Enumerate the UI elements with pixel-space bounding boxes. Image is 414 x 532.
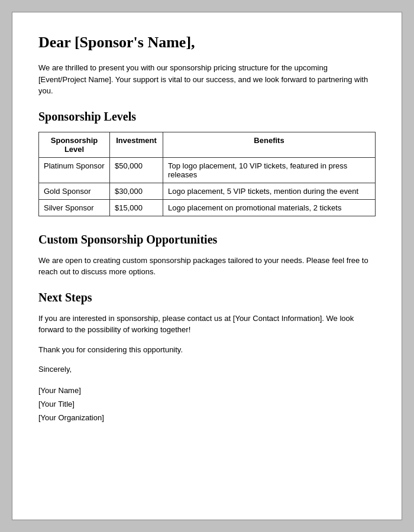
table-row: Silver Sponsor $15,000 Logo placement on… [39, 199, 376, 216]
benefits-gold: Logo placement, 5 VIP tickets, mention d… [163, 183, 376, 199]
signature-block: [Your Name] [Your Title] [Your Organizat… [38, 384, 376, 425]
custom-heading: Custom Sponsorship Opportunities [38, 233, 376, 246]
signature-title: [Your Title] [38, 397, 376, 411]
col-header-benefits: Benefits [163, 132, 376, 157]
sponsorship-table: Sponsorship Level Investment Benefits Pl… [38, 132, 376, 216]
table-row: Platinum Sponsor $50,000 Top logo placem… [39, 157, 376, 183]
signature-name: [Your Name] [38, 384, 376, 397]
col-header-investment: Investment [110, 132, 163, 157]
custom-text: We are open to creating custom sponsorsh… [38, 255, 376, 278]
next-steps-text: If you are interested in sponsorship, pl… [38, 313, 376, 336]
next-steps-heading: Next Steps [38, 291, 376, 304]
sincerely-text: Sincerely, [38, 364, 376, 375]
table-row: Gold Sponsor $30,000 Logo placement, 5 V… [39, 183, 376, 199]
investment-platinum: $50,000 [110, 157, 163, 183]
sponsorship-levels-heading: Sponsorship Levels [38, 110, 376, 124]
level-silver: Silver Sponsor [39, 199, 110, 216]
level-platinum: Platinum Sponsor [39, 157, 110, 183]
investment-silver: $15,000 [110, 199, 163, 216]
investment-gold: $30,000 [110, 183, 163, 199]
benefits-silver: Logo placement on promotional materials,… [163, 199, 376, 216]
document-page: Dear [Sponsor's Name], We are thrilled t… [12, 12, 402, 520]
intro-paragraph: We are thrilled to present you with our … [38, 62, 376, 97]
benefits-platinum: Top logo placement, 10 VIP tickets, feat… [163, 157, 376, 183]
signature-organization: [Your Organization] [38, 411, 376, 424]
custom-sponsorship-section: Custom Sponsorship Opportunities We are … [38, 233, 376, 278]
next-steps-section: Next Steps If you are interested in spon… [38, 291, 376, 425]
col-header-level: Sponsorship Level [39, 132, 110, 157]
greeting-heading: Dear [Sponsor's Name], [38, 34, 376, 51]
table-header-row: Sponsorship Level Investment Benefits [39, 132, 376, 157]
thank-you-text: Thank you for considering this opportuni… [38, 344, 376, 356]
level-gold: Gold Sponsor [39, 183, 110, 199]
